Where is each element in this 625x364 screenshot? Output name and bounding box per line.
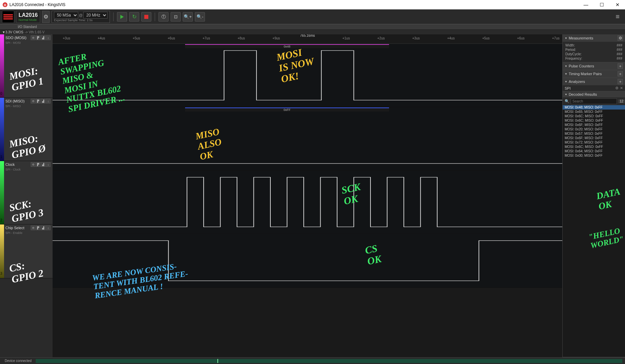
- zoom-in-icon: 🔍+: [184, 14, 192, 19]
- ruler-tick: +5us: [482, 36, 489, 40]
- capture-progress[interactable]: [36, 359, 623, 363]
- trigger-rising-button[interactable]: ▛: [36, 162, 40, 167]
- result-row[interactable]: MOSI: 0x6C; MISO: 0xFF: [563, 114, 625, 118]
- ruler-tick: +4us: [98, 36, 105, 40]
- expected-time-label: Expected Sample Time: 2.5s: [54, 19, 108, 22]
- add-analyzer-button[interactable]: ＋: [618, 79, 623, 84]
- result-row[interactable]: MOSI: 0x64; MISO: 0xFF: [563, 149, 625, 153]
- io-standard-label: I/O Standard: [2, 25, 53, 29]
- vth-row: ▼3.3V CMOS -> Vth:1.65 V: [0, 30, 625, 34]
- measurements-settings-button[interactable]: ⚙: [618, 35, 623, 41]
- zoom-out-button[interactable]: 🔍-: [195, 12, 205, 22]
- maximize-button[interactable]: ☐: [597, 2, 607, 7]
- result-row[interactable]: MOSI: 0x48; MISO: 0xFF: [563, 105, 625, 110]
- channel-settings-button[interactable]: ⚙: [31, 225, 35, 230]
- decoded-results-header[interactable]: ▼ Decoded Results: [563, 91, 625, 97]
- minimize-button[interactable]: —: [581, 2, 591, 7]
- trigger-rising-button[interactable]: ▛: [36, 35, 40, 40]
- result-count: 12: [618, 99, 625, 103]
- status-connected: Device connected: [3, 359, 34, 363]
- trigger-edge-button[interactable]: ↨: [46, 225, 51, 230]
- waveform-row[interactable]: 0xFF: [53, 107, 562, 171]
- ruler-tick: +9us: [272, 36, 280, 40]
- pulse-counters-header[interactable]: ▼ Pulse Counters ＋: [563, 62, 625, 70]
- close-button[interactable]: ✕: [613, 2, 622, 7]
- ruler-tick: +3us: [63, 36, 70, 40]
- channel-index: 0: [0, 92, 2, 95]
- result-row[interactable]: MOSI: 0x57; MISO: 0xFF: [563, 131, 625, 136]
- close-icon[interactable]: ✕: [620, 86, 623, 90]
- chevron-down-icon: ▼: [565, 37, 567, 40]
- stop-button[interactable]: [141, 12, 151, 22]
- at-label: @: [79, 13, 83, 17]
- sample-config: 50 MSa @ 20 MHz Expected Sample Time: 2.…: [52, 11, 110, 23]
- trigger-edge-button[interactable]: ↨: [46, 99, 51, 103]
- cmos-label[interactable]: ▼3.3V CMOS: [2, 30, 23, 34]
- waveform-area[interactable]: 765.16ms +3us+4us+5us+6us+7us+8us+9us+1u…: [53, 34, 562, 357]
- result-row[interactable]: MOSI: 0x65; MISO: 0xFF: [563, 110, 625, 114]
- ruler-tick: +6us: [168, 36, 175, 40]
- loop-button[interactable]: ↻: [129, 12, 139, 22]
- trigger-falling-button[interactable]: ▟: [41, 162, 46, 167]
- window-title: LA2016 Connected - KingstVIS: [9, 2, 65, 7]
- result-row[interactable]: MOSI: 0x6C; MISO: 0xFF: [563, 118, 625, 123]
- channel-name: Chip Select: [5, 226, 24, 230]
- channel-settings-button[interactable]: ⚙: [31, 99, 35, 103]
- meas-val: ###: [617, 43, 622, 47]
- gear-icon[interactable]: ⚙: [615, 86, 619, 90]
- add-pulse-counter-button[interactable]: ＋: [618, 63, 623, 69]
- search-input[interactable]: [571, 98, 617, 104]
- channel-block[interactable]: SDI (MISO) ⚙ ▛ ▟ ↨ SPI - MISO 1: [0, 98, 53, 161]
- stop-icon: [144, 15, 148, 19]
- result-row[interactable]: MOSI: 0x6F; MISO: 0xFF: [563, 136, 625, 140]
- trigger-rising-button[interactable]: ▛: [36, 99, 40, 103]
- channel-block[interactable]: Chip Select ⚙ ▛ ▟ ↨ SPI - Enable 3: [0, 224, 53, 278]
- analyzers-header[interactable]: ▼ Analyzers ＋: [563, 78, 625, 85]
- channel-index: 2: [0, 218, 2, 222]
- trigger-edge-button[interactable]: ↨: [46, 162, 51, 167]
- device-settings-button[interactable]: ⚙: [42, 11, 50, 23]
- io-standard-row: I/O Standard: [0, 24, 625, 30]
- decoded-results-list[interactable]: MOSI: 0x48; MISO: 0xFFMOSI: 0x65; MISO: …: [563, 105, 625, 357]
- zoom-fit-button[interactable]: ⊡: [171, 12, 181, 22]
- meas-key: Frequency:: [565, 57, 582, 60]
- play-button[interactable]: [117, 12, 127, 22]
- result-row[interactable]: MOSI: 0x00; MISO: 0xFF: [563, 153, 625, 158]
- channel-block[interactable]: Clock ⚙ ▛ ▟ ↨ SPI - Clock 2: [0, 161, 53, 224]
- trigger-falling-button[interactable]: ▟: [41, 225, 46, 230]
- result-row[interactable]: MOSI: 0x6C; MISO: 0xFF: [563, 145, 625, 149]
- sample-count-select[interactable]: 50 MSa: [54, 12, 78, 19]
- add-timing-pair-button[interactable]: ＋: [618, 71, 623, 77]
- trigger-falling-button[interactable]: ▟: [41, 99, 46, 103]
- timing-pairs-header[interactable]: ▼ Timing Marker Pairs ＋: [563, 70, 625, 78]
- text-cursor-button[interactable]: Ⓣ: [158, 12, 169, 22]
- result-row[interactable]: MOSI: 0x72; MISO: 0xFF: [563, 140, 625, 145]
- zoom-in-button[interactable]: 🔍+: [183, 12, 193, 22]
- channel-block[interactable]: SDO (MOSI) ⚙ ▛ ▟ ↨ SPI - MOSI 0: [0, 34, 53, 98]
- meas-val: ###: [617, 57, 622, 60]
- channel-settings-button[interactable]: ⚙: [31, 35, 35, 40]
- waveform-row[interactable]: [53, 171, 562, 234]
- result-row[interactable]: MOSI: 0x6F; MISO: 0xFF: [563, 123, 625, 127]
- result-row[interactable]: MOSI: 0x20; MISO: 0xFF: [563, 127, 625, 131]
- meas-val: ###: [617, 48, 622, 52]
- app-logo: [2, 11, 14, 23]
- trigger-edge-button[interactable]: ↨: [46, 35, 51, 40]
- waveform-row[interactable]: [53, 234, 562, 288]
- ruler-tick: +4us: [447, 36, 455, 40]
- channel-settings-button[interactable]: ⚙: [31, 162, 35, 167]
- analyzer-item-spi[interactable]: SPI ⚙✕: [563, 85, 625, 91]
- decode-bubble-mosi: 0x48: [185, 44, 389, 48]
- play-icon: [120, 15, 124, 19]
- menu-icon: ≡: [616, 13, 620, 20]
- trigger-falling-button[interactable]: ▟: [41, 35, 46, 40]
- waveform-row[interactable]: 0x48: [53, 44, 562, 107]
- meas-key: DutyCycle:: [565, 52, 582, 56]
- trigger-rising-button[interactable]: ▛: [36, 225, 40, 230]
- measurements-header[interactable]: ▼ Measurements ⚙: [563, 34, 625, 42]
- status-bar: Device connected: [0, 357, 625, 364]
- zoom-fit-icon: ⊡: [174, 14, 178, 19]
- menu-button[interactable]: ≡: [612, 13, 623, 21]
- chevron-down-icon: ▼: [565, 80, 567, 83]
- sample-rate-select[interactable]: 20 MHz: [83, 12, 108, 19]
